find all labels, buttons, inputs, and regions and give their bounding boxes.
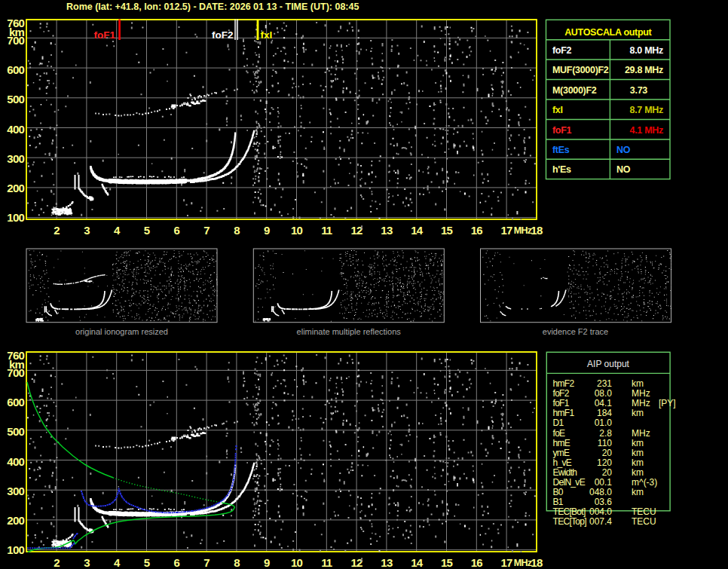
svg-text:20: 20 bbox=[602, 467, 613, 478]
svg-text:km: km bbox=[632, 467, 644, 478]
svg-text:08.0: 08.0 bbox=[595, 388, 613, 399]
svg-text:8.7 MHz: 8.7 MHz bbox=[630, 105, 663, 115]
svg-text:004.0: 004.0 bbox=[589, 506, 612, 517]
svg-text:00.1: 00.1 bbox=[595, 477, 613, 488]
svg-text:foF1: foF1 bbox=[94, 29, 116, 41]
svg-text:km: km bbox=[632, 487, 644, 497]
svg-text:B0: B0 bbox=[553, 487, 564, 497]
svg-text:[PY]: [PY] bbox=[659, 398, 676, 408]
svg-text:km: km bbox=[632, 448, 644, 458]
svg-text:foE: foE bbox=[553, 428, 566, 439]
svg-text:foF1: foF1 bbox=[553, 398, 570, 408]
svg-text:110: 110 bbox=[598, 438, 612, 448]
svg-text:20: 20 bbox=[602, 448, 613, 458]
svg-text:04.1: 04.1 bbox=[595, 398, 613, 408]
svg-text:TEC[Bot]: TEC[Bot] bbox=[553, 506, 586, 517]
svg-text:m^(-3): m^(-3) bbox=[632, 477, 657, 488]
svg-text:ymE: ymE bbox=[553, 448, 570, 458]
svg-text:AUTOSCALA output: AUTOSCALA output bbox=[564, 27, 652, 38]
svg-text:Ewidth: Ewidth bbox=[553, 467, 577, 478]
svg-text:4.1 MHz: 4.1 MHz bbox=[630, 125, 663, 136]
svg-text:hmE: hmE bbox=[553, 438, 570, 448]
svg-text:foF2: foF2 bbox=[212, 29, 234, 41]
svg-text:M(3000)F2: M(3000)F2 bbox=[552, 85, 597, 96]
svg-text:MHz: MHz bbox=[632, 388, 650, 399]
svg-text:eliminate multiple reflections: eliminate multiple reflections bbox=[297, 327, 402, 336]
svg-text:MHz: MHz bbox=[632, 398, 650, 408]
svg-text:29.8 MHz: 29.8 MHz bbox=[625, 65, 663, 75]
svg-text:hmF1: hmF1 bbox=[553, 408, 575, 418]
svg-text:TECU: TECU bbox=[632, 516, 656, 527]
svg-text:D1: D1 bbox=[553, 418, 564, 428]
svg-text:evidence F2 trace: evidence F2 trace bbox=[543, 327, 608, 336]
svg-text:DelN_vE: DelN_vE bbox=[553, 477, 586, 488]
svg-text:fxI: fxI bbox=[261, 29, 273, 41]
svg-text:2.8: 2.8 bbox=[599, 428, 612, 439]
svg-text:8.0 MHz: 8.0 MHz bbox=[630, 45, 663, 56]
svg-text:km: km bbox=[632, 438, 644, 448]
svg-text:foF1: foF1 bbox=[552, 125, 572, 136]
svg-text:231: 231 bbox=[597, 378, 612, 389]
svg-text:km: km bbox=[632, 378, 644, 389]
svg-text:Rome (lat: +41.8, lon: 012.5): Rome (lat: +41.8, lon: 012.5) - DATE: 20… bbox=[66, 2, 359, 12]
svg-text:km: km bbox=[632, 457, 644, 468]
svg-text:h'Es: h'Es bbox=[552, 164, 571, 175]
svg-text:MHz: MHz bbox=[632, 428, 650, 439]
svg-text:3.73: 3.73 bbox=[630, 85, 647, 96]
svg-text:foF2: foF2 bbox=[552, 45, 572, 56]
svg-text:01.0: 01.0 bbox=[595, 418, 613, 428]
svg-text:h_vE: h_vE bbox=[553, 457, 572, 468]
svg-text:MUF(3000)F2: MUF(3000)F2 bbox=[552, 65, 609, 75]
svg-text:ftEs: ftEs bbox=[552, 145, 570, 155]
svg-text:fxI: fxI bbox=[552, 105, 563, 115]
svg-text:NO: NO bbox=[616, 164, 631, 175]
svg-text:original ionogram resized: original ionogram resized bbox=[75, 327, 168, 336]
svg-text:TEC[Top]: TEC[Top] bbox=[553, 516, 587, 527]
svg-text:TECU: TECU bbox=[632, 506, 656, 517]
svg-text:AIP output: AIP output bbox=[587, 359, 629, 369]
svg-text:km: km bbox=[632, 408, 644, 418]
svg-text:foF2: foF2 bbox=[553, 388, 570, 399]
svg-text:03.6: 03.6 bbox=[595, 497, 613, 507]
svg-text:120: 120 bbox=[597, 457, 612, 468]
svg-text:184: 184 bbox=[597, 408, 612, 418]
svg-text:hmF2: hmF2 bbox=[553, 378, 575, 389]
svg-text:007.4: 007.4 bbox=[589, 516, 612, 527]
svg-text:B1: B1 bbox=[553, 497, 564, 507]
svg-text:NO: NO bbox=[616, 145, 631, 155]
svg-text:048.0: 048.0 bbox=[589, 487, 612, 497]
